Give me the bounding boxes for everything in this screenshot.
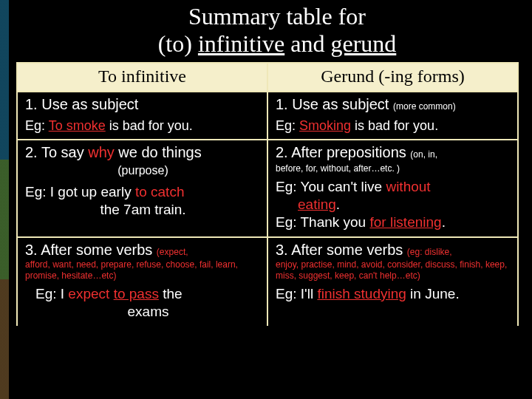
eg-3-left: Eg: I expect to pass the exams xyxy=(25,285,261,321)
eg-2-right-2: Eg: Thank you for listening. xyxy=(276,214,511,231)
title-infinitive: infinitive xyxy=(198,30,284,57)
eg-1-left: Eg: To smoke is bad for you. xyxy=(25,117,261,134)
cell-2-right: 2. After prepositions (on, in, before, f… xyxy=(267,140,518,237)
header-row: To infinitive Gerund (-ing forms) xyxy=(17,63,518,92)
eg-2-right-1: Eg: You can't live without eating. xyxy=(276,178,511,214)
title-line2-pre: (to) xyxy=(158,30,198,57)
title-line2-mid: and xyxy=(284,30,330,57)
eg-1-right: Eg: Smoking is bad for you. xyxy=(276,117,511,134)
cell-3-right: 3. After some verbs (eg: dislike, enjoy,… xyxy=(267,237,518,326)
verb-list-right: enjoy, practise, mind, avoid, consider, … xyxy=(276,259,511,281)
verb-list-left: afford, want, need, prepare, refuse, cho… xyxy=(25,259,261,281)
table-row: 3. After some verbs (expect, afford, wan… xyxy=(17,237,518,326)
cell-1-left: 1. Use as subject Eg: To smoke is bad fo… xyxy=(17,92,267,140)
purpose-label: (purpose) xyxy=(25,163,261,178)
title-gerund: gerund xyxy=(330,30,396,57)
eg-3-right: Eg: I'll finish studying in June. xyxy=(276,285,511,303)
header-right: Gerund (-ing forms) xyxy=(267,63,518,92)
preposition-list: before, for, without, after…etc. ) xyxy=(276,163,511,174)
cell-1-right: 1. Use as subject (more common) Eg: Smok… xyxy=(267,92,518,140)
eg-2-left: Eg: I got up early to catch the 7am trai… xyxy=(25,183,261,219)
header-left: To infinitive xyxy=(17,63,267,92)
table-row: 1. Use as subject Eg: To smoke is bad fo… xyxy=(17,92,518,140)
summary-table: To infinitive Gerund (-ing forms) 1. Use… xyxy=(16,62,519,326)
side-accent-bar xyxy=(0,0,9,399)
cell-2-left: 2. To say why we do things (purpose) Eg:… xyxy=(17,140,267,237)
table-row: 2. To say why we do things (purpose) Eg:… xyxy=(17,140,518,237)
slide-title: Summary table for (to) infinitive and ge… xyxy=(22,0,532,62)
cell-3-left: 3. After some verbs (expect, afford, wan… xyxy=(17,237,267,326)
title-line1: Summary table for xyxy=(188,3,366,30)
